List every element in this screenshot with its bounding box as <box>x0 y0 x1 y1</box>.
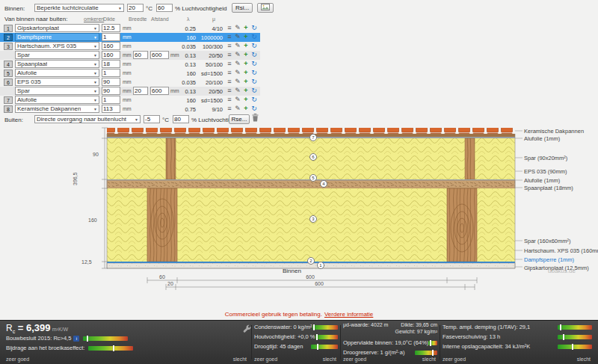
material-list-icon[interactable]: ≡ <box>226 78 233 86</box>
rse-button[interactable]: Rse... <box>229 114 250 124</box>
reverse-link[interactable]: omkeren <box>84 16 104 22</box>
material-select[interactable]: Keramische Dakpannen▼ <box>15 105 99 113</box>
material-select[interactable]: Gipskartonplaat▼ <box>15 24 99 32</box>
edit-icon[interactable]: ✎ <box>234 87 241 95</box>
thickness-input[interactable] <box>102 105 120 113</box>
material-select[interactable]: Spar▼ <box>15 87 99 95</box>
material-list-icon[interactable]: ≡ <box>226 87 233 95</box>
add-layer-icon[interactable]: + <box>242 42 250 50</box>
thickness-input[interactable] <box>102 78 120 86</box>
layer-row[interactable]: 5Alufolie▼mm160sd=1500≡✎+↻ <box>0 69 260 78</box>
edit-icon[interactable]: ✎ <box>234 33 241 41</box>
edit-icon[interactable]: ✎ <box>234 69 241 77</box>
thickness-input[interactable] <box>102 33 120 41</box>
rotate-layer-icon[interactable]: ↻ <box>250 60 258 68</box>
width-input[interactable] <box>133 51 148 59</box>
inside-humidity-input[interactable] <box>156 4 173 12</box>
material-list-icon[interactable]: ≡ <box>226 96 233 104</box>
rotate-layer-icon[interactable]: ↻ <box>250 33 258 41</box>
add-layer-icon[interactable]: + <box>242 105 250 113</box>
edit-icon[interactable]: ✎ <box>234 78 241 86</box>
rotate-layer-icon[interactable]: ↻ <box>250 105 258 113</box>
chevron-down-icon: ▼ <box>93 53 97 58</box>
columns-title: Van binnen naar buiten: <box>4 16 67 22</box>
layer-row[interactable]: 3Hartschaum. XPS 035▼mm0.035100/300≡✎+↻ <box>0 42 260 51</box>
material-select[interactable]: Dampfsperre▼ <box>15 33 99 41</box>
result-row: Faseverschuiving: 13 h <box>443 332 592 342</box>
add-layer-icon[interactable]: + <box>242 33 250 41</box>
material-list-icon[interactable]: ≡ <box>226 105 233 113</box>
rotate-layer-icon[interactable]: ↻ <box>250 87 258 95</box>
material-select[interactable]: EPS 035▼ <box>15 78 99 86</box>
layer-number-marker: 7 <box>309 134 317 141</box>
rotate-layer-icon[interactable]: ↻ <box>250 42 258 50</box>
material-select[interactable]: Hartschaum. XPS 035▼ <box>15 42 99 50</box>
material-list-icon[interactable]: ≡ <box>226 42 233 50</box>
rotate-layer-icon[interactable]: ↻ <box>250 78 258 86</box>
inside-temp-input[interactable] <box>127 4 144 12</box>
material-list-icon[interactable]: ≡ <box>226 24 233 32</box>
add-layer-icon[interactable]: + <box>242 24 250 32</box>
thickness-input[interactable] <box>102 69 120 77</box>
thickness-input[interactable] <box>102 96 120 104</box>
info-icon[interactable]: i <box>73 336 79 342</box>
inside-condition-select[interactable]: Beperkte luchtcirculatie▼ <box>34 4 124 12</box>
rotate-layer-icon[interactable]: ↻ <box>250 69 258 77</box>
material-list-icon[interactable]: ≡ <box>226 51 233 59</box>
spacing-input[interactable] <box>150 51 169 59</box>
diagram-layer-label: Spar (160x60mm²) <box>524 238 571 244</box>
layer-row[interactable]: 7Alufolie▼mm160sd=1500≡✎+↻ <box>0 96 260 105</box>
width-input[interactable] <box>133 87 148 95</box>
outside-condition-select[interactable]: Directe overgang naar buitenlucht▼ <box>34 115 141 123</box>
notice-link[interactable]: Verdere informatie <box>324 311 373 318</box>
edit-icon[interactable]: ✎ <box>234 24 241 32</box>
edit-icon[interactable]: ✎ <box>234 42 241 50</box>
trash-icon[interactable] <box>251 113 259 123</box>
material-list-icon[interactable]: ≡ <box>226 33 233 41</box>
spacing-input[interactable] <box>150 87 169 95</box>
rotate-layer-icon[interactable]: ↻ <box>250 51 258 59</box>
quality-gauge <box>415 351 437 355</box>
rotate-layer-icon[interactable]: ↻ <box>250 96 258 104</box>
edit-icon[interactable]: ✎ <box>234 105 241 113</box>
mu-value: 1000000 <box>197 34 223 41</box>
dimension-600a: 600 <box>299 274 321 280</box>
thickness-input[interactable] <box>102 87 120 95</box>
unit-label: mm <box>123 79 132 84</box>
layer-number-marker: 4 <box>320 180 327 188</box>
material-list-icon[interactable]: ≡ <box>226 69 233 77</box>
add-layer-icon[interactable]: + <box>242 69 250 77</box>
layer-row[interactable]: 1Gipskartonplaat▼mm0.254/10≡✎+↻ <box>0 24 260 33</box>
layer-number-marker: 2 <box>307 257 315 265</box>
material-list-icon[interactable]: ≡ <box>226 60 233 68</box>
thickness-input[interactable] <box>102 60 120 68</box>
layer-row[interactable]: Spar▼mmmm0.1320/50≡✎+↻ <box>0 87 260 96</box>
material-select[interactable]: Spar▼ <box>15 51 99 59</box>
material-select[interactable]: Alufolie▼ <box>15 96 99 104</box>
thickness-input[interactable] <box>102 51 120 59</box>
material-select[interactable]: Alufolie▼ <box>15 69 99 77</box>
add-layer-icon[interactable]: + <box>242 60 250 68</box>
thickness-input[interactable] <box>102 24 120 32</box>
add-layer-icon[interactable]: + <box>242 96 250 104</box>
layer-row[interactable]: 8Keramische Dakpannen▼mm0.759/10≡✎+↻ <box>0 105 260 114</box>
layer-row[interactable]: Spar▼mmmm0.1320/50≡✎+↻ <box>0 51 260 60</box>
edit-icon[interactable]: ✎ <box>234 51 241 59</box>
rsi-button[interactable]: Rsi... <box>232 3 253 13</box>
material-select[interactable]: Spaanplaat▼ <box>15 60 99 68</box>
add-layer-icon[interactable]: + <box>242 51 250 59</box>
outside-humidity-input[interactable] <box>173 115 189 123</box>
layer-row[interactable]: 2Dampfsperre▼mm1601000000≡✎+↻ <box>0 33 260 42</box>
layer-row[interactable]: 4Spaanplaat▼mm0.1350/100≡✎+↻ <box>0 60 260 69</box>
edit-icon[interactable]: ✎ <box>234 60 241 68</box>
outside-temp-input[interactable] <box>144 115 160 123</box>
rotate-layer-icon[interactable]: ↻ <box>250 24 258 32</box>
results-bar: Rc = 6,399 m²K/W Bouwbesluit 2015: Rc>4,… <box>0 320 598 364</box>
layer-row[interactable]: 6EPS 035▼mm0.03520/100≡✎+↻ <box>0 78 260 87</box>
gewicht-value: Gewicht: 97 kg/m² <box>395 329 437 336</box>
add-layer-icon[interactable]: + <box>242 87 250 95</box>
edit-icon[interactable]: ✎ <box>234 96 241 104</box>
thickness-input[interactable] <box>102 42 120 50</box>
add-layer-icon[interactable]: + <box>242 78 250 86</box>
image-button[interactable] <box>257 3 274 13</box>
